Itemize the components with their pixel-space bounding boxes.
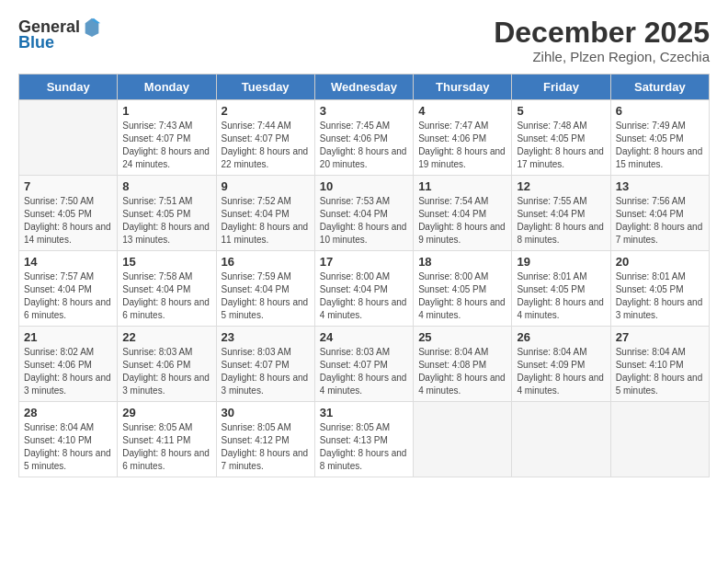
calendar-cell: 14Sunrise: 7:57 AMSunset: 4:04 PMDayligh… (19, 251, 118, 327)
day-number: 1 (122, 104, 210, 118)
day-number: 2 (222, 104, 310, 118)
day-info: Sunrise: 7:44 AMSunset: 4:07 PMDaylight:… (222, 120, 310, 171)
calendar-cell (512, 402, 610, 477)
calendar-week-row: 14Sunrise: 7:57 AMSunset: 4:04 PMDayligh… (19, 251, 710, 327)
day-number: 13 (616, 179, 704, 193)
calendar-cell: 4Sunrise: 7:47 AMSunset: 4:06 PMDaylight… (414, 100, 512, 176)
month-title: December 2025 (494, 17, 710, 49)
logo-blue: Blue (18, 33, 54, 52)
weekday-header: Wednesday (314, 75, 413, 100)
day-number: 4 (418, 104, 506, 118)
weekday-header: Saturday (610, 75, 709, 100)
calendar-cell: 7Sunrise: 7:50 AMSunset: 4:05 PMDaylight… (19, 176, 118, 251)
day-info: Sunrise: 7:52 AMSunset: 4:04 PMDaylight:… (222, 195, 310, 247)
calendar-table: SundayMondayTuesdayWednesdayThursdayFrid… (18, 74, 710, 477)
day-info: Sunrise: 8:04 AMSunset: 4:09 PMDaylight:… (517, 346, 605, 397)
day-info: Sunrise: 8:01 AMSunset: 4:05 PMDaylight:… (517, 270, 605, 322)
weekday-header: Sunday (19, 75, 118, 100)
day-info: Sunrise: 7:54 AMSunset: 4:04 PMDaylight:… (418, 195, 506, 247)
day-number: 25 (418, 330, 506, 344)
day-info: Sunrise: 8:02 AMSunset: 4:06 PMDaylight:… (24, 346, 112, 397)
day-info: Sunrise: 7:59 AMSunset: 4:04 PMDaylight:… (222, 270, 310, 322)
day-number: 27 (616, 330, 704, 344)
day-number: 15 (122, 255, 210, 269)
day-info: Sunrise: 7:45 AMSunset: 4:06 PMDaylight:… (320, 120, 408, 171)
day-info: Sunrise: 7:53 AMSunset: 4:04 PMDaylight:… (320, 195, 408, 247)
day-number: 26 (517, 330, 605, 344)
calendar-week-row: 21Sunrise: 8:02 AMSunset: 4:06 PMDayligh… (19, 327, 710, 402)
calendar-cell (414, 402, 512, 477)
day-info: Sunrise: 7:55 AMSunset: 4:04 PMDaylight:… (517, 195, 605, 247)
location-title: Zihle, Plzen Region, Czechia (494, 49, 710, 64)
day-info: Sunrise: 8:05 AMSunset: 4:12 PMDaylight:… (222, 421, 310, 473)
logo: General Blue (18, 17, 102, 52)
day-number: 10 (320, 179, 408, 193)
logo-icon (82, 17, 102, 37)
day-number: 28 (24, 406, 112, 419)
calendar-cell: 19Sunrise: 8:01 AMSunset: 4:05 PMDayligh… (512, 251, 610, 327)
calendar-week-row: 1Sunrise: 7:43 AMSunset: 4:07 PMDaylight… (19, 100, 710, 176)
calendar-cell: 22Sunrise: 8:03 AMSunset: 4:06 PMDayligh… (118, 327, 216, 402)
calendar-cell: 24Sunrise: 8:03 AMSunset: 4:07 PMDayligh… (314, 327, 413, 402)
day-number: 12 (517, 179, 605, 193)
calendar-cell: 9Sunrise: 7:52 AMSunset: 4:04 PMDaylight… (216, 176, 314, 251)
calendar-cell: 26Sunrise: 8:04 AMSunset: 4:09 PMDayligh… (512, 327, 610, 402)
weekday-header: Monday (118, 75, 216, 100)
day-info: Sunrise: 8:03 AMSunset: 4:06 PMDaylight:… (122, 346, 210, 397)
calendar-cell: 12Sunrise: 7:55 AMSunset: 4:04 PMDayligh… (512, 176, 610, 251)
calendar-cell: 6Sunrise: 7:49 AMSunset: 4:05 PMDaylight… (610, 100, 709, 176)
calendar-cell: 25Sunrise: 8:04 AMSunset: 4:08 PMDayligh… (414, 327, 512, 402)
calendar-cell: 1Sunrise: 7:43 AMSunset: 4:07 PMDaylight… (118, 100, 216, 176)
day-number: 11 (418, 179, 506, 193)
day-info: Sunrise: 8:05 AMSunset: 4:11 PMDaylight:… (122, 421, 210, 473)
day-info: Sunrise: 7:43 AMSunset: 4:07 PMDaylight:… (122, 120, 210, 171)
day-info: Sunrise: 8:00 AMSunset: 4:05 PMDaylight:… (418, 270, 506, 322)
calendar-cell: 28Sunrise: 8:04 AMSunset: 4:10 PMDayligh… (19, 402, 118, 477)
day-info: Sunrise: 7:48 AMSunset: 4:05 PMDaylight:… (517, 120, 605, 171)
day-number: 7 (24, 179, 112, 193)
calendar-cell (19, 100, 118, 176)
weekday-header-row: SundayMondayTuesdayWednesdayThursdayFrid… (19, 75, 710, 100)
day-info: Sunrise: 7:57 AMSunset: 4:04 PMDaylight:… (24, 270, 112, 322)
calendar-cell: 2Sunrise: 7:44 AMSunset: 4:07 PMDaylight… (216, 100, 314, 176)
day-number: 29 (122, 406, 210, 419)
calendar-week-row: 28Sunrise: 8:04 AMSunset: 4:10 PMDayligh… (19, 402, 710, 477)
day-info: Sunrise: 8:04 AMSunset: 4:10 PMDaylight:… (24, 421, 112, 473)
day-info: Sunrise: 8:04 AMSunset: 4:08 PMDaylight:… (418, 346, 506, 397)
calendar-cell: 5Sunrise: 7:48 AMSunset: 4:05 PMDaylight… (512, 100, 610, 176)
calendar-cell: 31Sunrise: 8:05 AMSunset: 4:13 PMDayligh… (314, 402, 413, 477)
day-number: 19 (517, 255, 605, 269)
day-info: Sunrise: 7:56 AMSunset: 4:04 PMDaylight:… (616, 195, 704, 247)
day-info: Sunrise: 7:47 AMSunset: 4:06 PMDaylight:… (418, 120, 506, 171)
day-number: 18 (418, 255, 506, 269)
calendar-cell: 18Sunrise: 8:00 AMSunset: 4:05 PMDayligh… (414, 251, 512, 327)
day-info: Sunrise: 7:50 AMSunset: 4:05 PMDaylight:… (24, 195, 112, 247)
title-block: December 2025 Zihle, Plzen Region, Czech… (494, 17, 710, 64)
day-number: 17 (320, 255, 408, 269)
calendar-week-row: 7Sunrise: 7:50 AMSunset: 4:05 PMDaylight… (19, 176, 710, 251)
day-info: Sunrise: 8:00 AMSunset: 4:04 PMDaylight:… (320, 270, 408, 322)
header: General Blue December 2025 Zihle, Plzen … (18, 17, 710, 64)
day-number: 3 (320, 104, 408, 118)
day-info: Sunrise: 8:05 AMSunset: 4:13 PMDaylight:… (320, 421, 408, 473)
calendar-cell: 20Sunrise: 8:01 AMSunset: 4:05 PMDayligh… (610, 251, 709, 327)
day-info: Sunrise: 8:01 AMSunset: 4:05 PMDaylight:… (616, 270, 704, 322)
calendar-cell: 17Sunrise: 8:00 AMSunset: 4:04 PMDayligh… (314, 251, 413, 327)
day-info: Sunrise: 8:03 AMSunset: 4:07 PMDaylight:… (222, 346, 310, 397)
calendar-cell: 21Sunrise: 8:02 AMSunset: 4:06 PMDayligh… (19, 327, 118, 402)
day-number: 21 (24, 330, 112, 344)
calendar-cell: 13Sunrise: 7:56 AMSunset: 4:04 PMDayligh… (610, 176, 709, 251)
calendar-cell: 16Sunrise: 7:59 AMSunset: 4:04 PMDayligh… (216, 251, 314, 327)
weekday-header: Tuesday (216, 75, 314, 100)
day-info: Sunrise: 8:03 AMSunset: 4:07 PMDaylight:… (320, 346, 408, 397)
day-number: 23 (222, 330, 310, 344)
page-container: General Blue December 2025 Zihle, Plzen … (0, 0, 728, 488)
calendar-cell: 11Sunrise: 7:54 AMSunset: 4:04 PMDayligh… (414, 176, 512, 251)
calendar-cell (610, 402, 709, 477)
calendar-cell: 30Sunrise: 8:05 AMSunset: 4:12 PMDayligh… (216, 402, 314, 477)
day-info: Sunrise: 7:51 AMSunset: 4:05 PMDaylight:… (122, 195, 210, 247)
weekday-header: Friday (512, 75, 610, 100)
day-number: 6 (616, 104, 704, 118)
calendar-cell: 15Sunrise: 7:58 AMSunset: 4:04 PMDayligh… (118, 251, 216, 327)
day-number: 22 (122, 330, 210, 344)
